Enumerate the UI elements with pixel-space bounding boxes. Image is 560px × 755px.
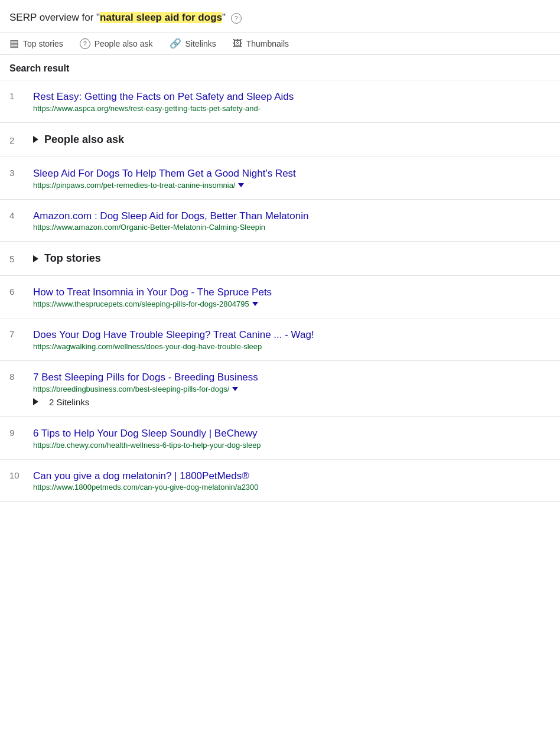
row-content: Sleep Aid For Dogs To Help Them Get a Go… bbox=[33, 167, 551, 190]
header-suffix: " bbox=[222, 12, 226, 23]
sitelinks-count-label: 2 Sitelinks bbox=[49, 397, 89, 407]
row-number: 4 bbox=[9, 209, 24, 220]
result-title[interactable]: 6 Tips to Help Your Dog Sleep Soundly | … bbox=[33, 427, 551, 441]
row-number: 2 bbox=[9, 134, 24, 145]
result-title[interactable]: How to Treat Insomnia in Your Dog - The … bbox=[33, 285, 551, 300]
row-number: 7 bbox=[9, 328, 24, 339]
sitelinks-triangle-icon[interactable] bbox=[33, 398, 38, 405]
result-title[interactable]: Amazon.com : Dog Sleep Aid for Dogs, Bet… bbox=[33, 209, 551, 223]
dropdown-arrow-icon[interactable] bbox=[232, 387, 238, 391]
url-row: https://breedingbusiness.com/best-sleepi… bbox=[33, 385, 551, 393]
sitelinks-icon: 🔗 bbox=[170, 38, 181, 49]
section-header-text: Search result bbox=[9, 63, 69, 73]
sitelinks-subrow[interactable]: 2 Sitelinks bbox=[33, 397, 551, 407]
help-icon[interactable]: ? bbox=[231, 13, 242, 24]
result-url: https://www.1800petmeds.com/can-you-give… bbox=[33, 483, 259, 492]
result-url: https://www.thesprucepets.com/sleeping-p… bbox=[33, 300, 249, 308]
page-header: SERP overview for "natural sleep aid for… bbox=[0, 0, 560, 32]
result-row-7: 7Does Your Dog Have Trouble Sleeping? Tr… bbox=[0, 318, 560, 361]
tab-people-also-ask-label: People also ask bbox=[95, 39, 153, 48]
tab-top-stories-label: Top stories bbox=[23, 39, 63, 48]
header-keyword: natural sleep aid for dogs bbox=[100, 12, 222, 23]
row-content: Amazon.com : Dog Sleep Aid for Dogs, Bet… bbox=[33, 209, 551, 232]
result-url: https://wagwalking.com/wellness/does-you… bbox=[33, 342, 262, 351]
results-container: 1Rest Easy: Getting the Facts on Pet Saf… bbox=[0, 80, 560, 502]
result-url: https://www.amazon.com/Organic-Better-Me… bbox=[33, 223, 265, 232]
row-content: 7 Best Sleeping Pills for Dogs - Breedin… bbox=[33, 370, 551, 407]
url-row: https://pinpaws.com/pet-remedies-to-trea… bbox=[33, 181, 551, 190]
row-number: 6 bbox=[9, 285, 24, 297]
result-title[interactable]: 7 Best Sleeping Pills for Dogs - Breedin… bbox=[33, 370, 551, 385]
row-content: Rest Easy: Getting the Facts on Pet Safe… bbox=[33, 90, 551, 113]
row-number: 8 bbox=[9, 370, 24, 382]
result-row-6: 6How to Treat Insomnia in Your Dog - The… bbox=[0, 276, 560, 318]
expandable-row-2: 2People also ask bbox=[0, 123, 560, 157]
dropdown-arrow-icon[interactable] bbox=[238, 183, 244, 187]
result-title[interactable]: Sleep Aid For Dogs To Help Them Get a Go… bbox=[33, 167, 551, 181]
result-url: https://be.chewy.com/health-wellness-6-t… bbox=[33, 441, 261, 450]
thumbnails-icon: 🖼 bbox=[233, 38, 242, 49]
row-content: Can you give a dog melatonin? | 1800PetM… bbox=[33, 469, 551, 492]
result-url: https://pinpaws.com/pet-remedies-to-trea… bbox=[33, 181, 235, 190]
result-row-10: 10Can you give a dog melatonin? | 1800Pe… bbox=[0, 460, 560, 502]
url-row: https://www.aspca.org/news/rest-easy-get… bbox=[33, 104, 551, 113]
result-row-3: 3Sleep Aid For Dogs To Help Them Get a G… bbox=[0, 157, 560, 200]
url-row: https://www.1800petmeds.com/can-you-give… bbox=[33, 483, 551, 492]
expandable-label: People also ask bbox=[44, 134, 124, 146]
tab-top-stories[interactable]: ▤ Top stories bbox=[9, 37, 63, 50]
result-url: https://breedingbusiness.com/best-sleepi… bbox=[33, 385, 229, 393]
row-number: 3 bbox=[9, 167, 24, 178]
tabs-bar: ▤ Top stories ? People also ask 🔗 Siteli… bbox=[0, 32, 560, 55]
url-row: https://www.thesprucepets.com/sleeping-p… bbox=[33, 300, 551, 308]
people-also-ask-icon: ? bbox=[80, 38, 90, 49]
expand-triangle-icon[interactable] bbox=[33, 255, 38, 262]
dropdown-arrow-icon[interactable] bbox=[252, 302, 258, 306]
expandable-label: Top stories bbox=[44, 252, 101, 265]
tab-people-also-ask[interactable]: ? People also ask bbox=[80, 38, 153, 49]
expandable-content[interactable]: Top stories bbox=[33, 252, 101, 265]
tab-thumbnails-label: Thumbnails bbox=[246, 39, 289, 48]
result-row-4: 4Amazon.com : Dog Sleep Aid for Dogs, Be… bbox=[0, 200, 560, 242]
result-title[interactable]: Does Your Dog Have Trouble Sleeping? Tre… bbox=[33, 328, 551, 342]
tab-sitelinks[interactable]: 🔗 Sitelinks bbox=[170, 38, 216, 49]
result-title[interactable]: Can you give a dog melatonin? | 1800PetM… bbox=[33, 469, 551, 483]
url-row: https://www.amazon.com/Organic-Better-Me… bbox=[33, 223, 551, 232]
url-row: https://be.chewy.com/health-wellness-6-t… bbox=[33, 441, 551, 450]
section-header: Search result bbox=[0, 55, 560, 80]
result-row-9: 96 Tips to Help Your Dog Sleep Soundly |… bbox=[0, 417, 560, 460]
result-title[interactable]: Rest Easy: Getting the Facts on Pet Safe… bbox=[33, 90, 551, 104]
url-row: https://wagwalking.com/wellness/does-you… bbox=[33, 342, 551, 351]
tab-thumbnails[interactable]: 🖼 Thumbnails bbox=[233, 38, 289, 49]
row-content: Does Your Dog Have Trouble Sleeping? Tre… bbox=[33, 328, 551, 351]
row-content: 6 Tips to Help Your Dog Sleep Soundly | … bbox=[33, 427, 551, 450]
row-number: 5 bbox=[9, 253, 24, 264]
result-row-1: 1Rest Easy: Getting the Facts on Pet Saf… bbox=[0, 80, 560, 123]
expand-triangle-icon[interactable] bbox=[33, 136, 38, 143]
row-number: 9 bbox=[9, 427, 24, 438]
expandable-row-5: 5Top stories bbox=[0, 242, 560, 276]
result-url: https://www.aspca.org/news/rest-easy-get… bbox=[33, 104, 261, 113]
row-number: 10 bbox=[9, 469, 24, 480]
expandable-content[interactable]: People also ask bbox=[33, 134, 124, 146]
row-number: 1 bbox=[9, 90, 24, 101]
tab-sitelinks-label: Sitelinks bbox=[185, 39, 216, 48]
header-prefix: SERP overview for " bbox=[9, 12, 100, 23]
result-row-8: 87 Best Sleeping Pills for Dogs - Breedi… bbox=[0, 361, 560, 417]
top-stories-icon: ▤ bbox=[9, 37, 19, 50]
row-content: How to Treat Insomnia in Your Dog - The … bbox=[33, 285, 551, 308]
